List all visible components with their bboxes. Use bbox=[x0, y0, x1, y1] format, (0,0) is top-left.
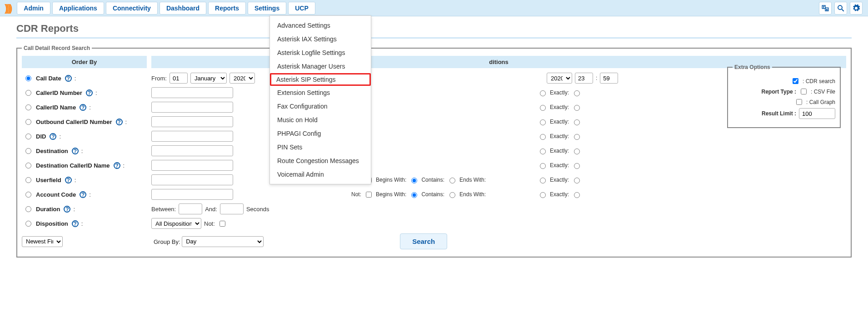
help-icon[interactable]: ? bbox=[64, 206, 70, 213]
order-by-radio[interactable] bbox=[25, 148, 31, 154]
dropdown-item[interactable]: Extension Settings bbox=[270, 86, 371, 99]
group-by-select[interactable]: Day bbox=[182, 236, 264, 247]
order-by-radio[interactable] bbox=[25, 177, 31, 183]
dropdown-item[interactable]: Music on Hold bbox=[270, 113, 371, 127]
menu-connectivity[interactable]: Connectivity bbox=[106, 2, 158, 15]
menu-applications[interactable]: Applications bbox=[52, 2, 104, 15]
dropdown-item[interactable]: Route Congestion Messages bbox=[270, 154, 371, 168]
help-icon[interactable]: ? bbox=[80, 191, 86, 198]
order-by-radio[interactable] bbox=[25, 119, 31, 125]
order-by-radio[interactable] bbox=[25, 163, 31, 168]
language-icon[interactable] bbox=[819, 2, 832, 15]
exactly-radio[interactable] bbox=[540, 149, 546, 154]
to-min-input[interactable] bbox=[600, 73, 618, 84]
exactly-radio[interactable] bbox=[540, 90, 546, 96]
order-by-radio[interactable] bbox=[25, 192, 31, 198]
order-by-radio[interactable] bbox=[25, 104, 31, 110]
order-by-label: Call Date bbox=[36, 75, 61, 82]
callerid-name-input[interactable] bbox=[151, 102, 233, 113]
contains-radio[interactable] bbox=[411, 178, 417, 183]
exactly-label: Exactly: bbox=[550, 119, 569, 125]
exactly-radio2[interactable] bbox=[574, 192, 580, 198]
order-by-radio[interactable] bbox=[25, 206, 31, 212]
order-by-header: Order By bbox=[22, 56, 147, 68]
help-icon[interactable]: ? bbox=[80, 104, 86, 111]
graph-label: : Call Graph bbox=[806, 99, 835, 105]
dropdown-item[interactable]: Advanced Settings bbox=[270, 19, 371, 32]
exactly-radio[interactable] bbox=[540, 119, 546, 125]
help-icon[interactable]: ? bbox=[86, 89, 93, 96]
exactly-radio[interactable] bbox=[540, 134, 546, 140]
order-by-radio[interactable] bbox=[25, 90, 31, 96]
cdr-search-checkbox[interactable] bbox=[793, 78, 798, 84]
destination-callerid-input[interactable] bbox=[151, 160, 233, 171]
from-day-input[interactable] bbox=[170, 73, 188, 84]
contains-radio[interactable] bbox=[411, 192, 417, 198]
dropdown-item[interactable]: Voicemail Admin bbox=[270, 168, 371, 181]
destination-input[interactable] bbox=[151, 145, 233, 156]
help-icon[interactable]: ? bbox=[72, 148, 79, 154]
exactly-radio[interactable] bbox=[540, 178, 546, 183]
dropdown-item[interactable]: PHPAGI Config bbox=[270, 127, 371, 140]
help-icon[interactable]: ? bbox=[65, 177, 72, 183]
ends-radio[interactable] bbox=[449, 178, 455, 183]
order-by-radio[interactable] bbox=[25, 134, 31, 139]
dropdown-item[interactable]: Fax Configuration bbox=[270, 99, 371, 113]
menu-dashboard[interactable]: Dashboard bbox=[160, 2, 206, 15]
accountcode-input[interactable] bbox=[151, 189, 233, 200]
search-button[interactable]: Search bbox=[400, 233, 447, 249]
exactly-radio2[interactable] bbox=[574, 163, 580, 169]
exactly-radio2[interactable] bbox=[574, 134, 580, 140]
ends-radio[interactable] bbox=[449, 192, 455, 198]
exactly-radio2[interactable] bbox=[574, 119, 580, 125]
help-icon[interactable]: ? bbox=[114, 162, 120, 169]
exactly-label: Exactly: bbox=[550, 162, 569, 168]
dropdown-item[interactable]: PIN Sets bbox=[270, 140, 371, 154]
to-year-select[interactable]: 2020 bbox=[547, 73, 572, 84]
from-month-select[interactable]: January bbox=[190, 73, 227, 84]
to-hour-input[interactable] bbox=[575, 73, 593, 84]
exactly-radio2[interactable] bbox=[574, 149, 580, 154]
disposition-select[interactable]: All Dispositions bbox=[151, 218, 201, 229]
gear-icon[interactable] bbox=[850, 2, 863, 15]
disposition-not-checkbox[interactable] bbox=[219, 221, 225, 227]
order-by-radio[interactable] bbox=[25, 221, 31, 227]
report-type-label: Report Type : bbox=[762, 89, 796, 95]
outbound-callerid-input[interactable] bbox=[151, 116, 233, 127]
from-year-select[interactable]: 2020 bbox=[229, 73, 255, 84]
did-input[interactable] bbox=[151, 131, 233, 142]
exactly-column: 2020 : Exactly: Exactly: Exactly: Exactl… bbox=[538, 71, 588, 202]
graph-checkbox[interactable] bbox=[796, 99, 802, 105]
order-by-label: CallerID Number bbox=[36, 89, 82, 96]
help-icon[interactable]: ? bbox=[65, 75, 72, 82]
order-by-label: Userfield bbox=[36, 177, 61, 183]
exactly-radio2[interactable] bbox=[574, 105, 580, 111]
menu-reports[interactable]: Reports bbox=[208, 2, 246, 15]
help-icon[interactable]: ? bbox=[72, 220, 79, 227]
exactly-radio[interactable] bbox=[540, 163, 546, 169]
search-icon[interactable] bbox=[834, 2, 847, 15]
callerid-number-input[interactable] bbox=[151, 87, 233, 98]
help-icon[interactable]: ? bbox=[50, 133, 56, 140]
dropdown-item[interactable]: Asterisk SIP Settings bbox=[270, 73, 371, 86]
sort-order-select[interactable]: Newest First bbox=[22, 236, 63, 247]
dropdown-item[interactable]: Asterisk Logfile Settings bbox=[270, 46, 371, 59]
menu-ucp[interactable]: UCP bbox=[288, 2, 315, 15]
help-icon[interactable]: ? bbox=[116, 119, 123, 125]
duration-to-input[interactable] bbox=[220, 203, 244, 214]
userfield-input[interactable] bbox=[151, 174, 233, 185]
dropdown-item[interactable]: Asterisk Manager Users bbox=[270, 59, 371, 73]
exactly-radio2[interactable] bbox=[574, 90, 580, 96]
dropdown-item[interactable]: Asterisk IAX Settings bbox=[270, 32, 371, 46]
csv-checkbox[interactable] bbox=[801, 89, 807, 94]
menu-settings[interactable]: Settings bbox=[248, 2, 286, 15]
exactly-radio[interactable] bbox=[540, 105, 546, 111]
not-checkbox[interactable] bbox=[366, 192, 372, 198]
exactly-radio2[interactable] bbox=[574, 178, 580, 183]
duration-from-input[interactable] bbox=[179, 203, 202, 214]
result-limit-input[interactable] bbox=[799, 108, 835, 119]
menu-admin[interactable]: Admin bbox=[17, 2, 50, 15]
order-by-row: Destination CallerID Name?: bbox=[22, 158, 147, 173]
exactly-radio[interactable] bbox=[540, 192, 546, 198]
order-by-radio[interactable] bbox=[25, 75, 31, 81]
